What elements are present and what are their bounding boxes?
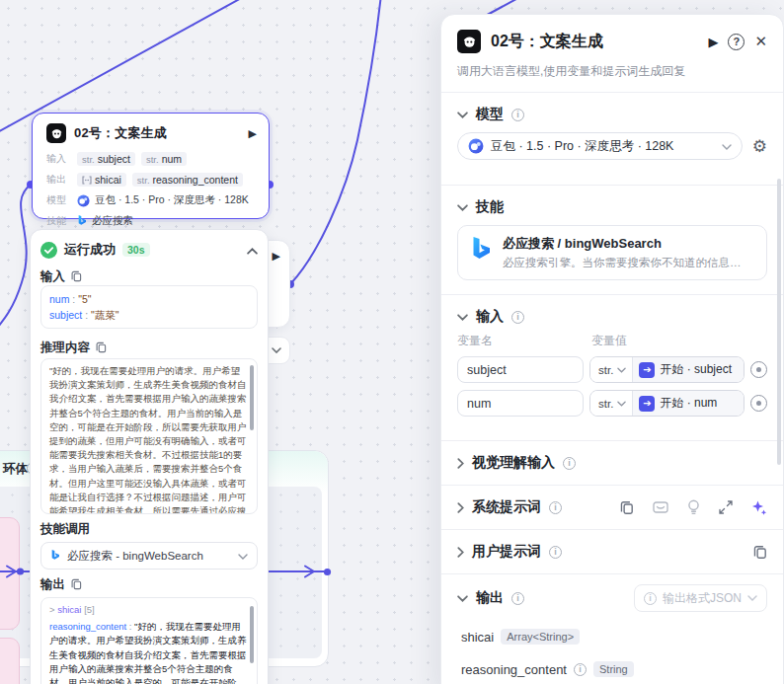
run-status: 运行成功: [64, 241, 116, 259]
collapse-panel-button[interactable]: [247, 241, 258, 259]
chevron-down-icon: [747, 595, 757, 601]
output-field-name: reasoning_content: [461, 662, 567, 677]
array-type-icon: [82, 176, 92, 185]
info-icon: i: [644, 592, 657, 605]
panel-scrollbar[interactable]: [777, 179, 781, 465]
node-model-label: 模型: [46, 193, 70, 207]
output-format-select[interactable]: i 输出格式JSON: [634, 584, 767, 612]
model-select[interactable]: 豆包 · 1.5 · Pro · 深度思考 · 128K: [457, 132, 743, 160]
section-title: 输出: [476, 589, 504, 607]
close-icon[interactable]: ✕: [754, 33, 767, 50]
panel-title: 02号：文案生成: [491, 32, 698, 52]
run-duration-badge: 30s: [122, 243, 150, 257]
column-variable-name: 变量名: [457, 333, 591, 349]
copy-icon[interactable]: [96, 342, 107, 353]
doubao-logo: [77, 194, 90, 207]
type-select[interactable]: str.: [590, 357, 633, 382]
run-input-json: num : "5" subject : "蔬菜": [40, 285, 258, 329]
start-node-icon: ➔: [639, 362, 655, 378]
reference-indicator-icon[interactable]: [750, 361, 767, 378]
variable-value-group: str. ➔开始 · num: [589, 390, 745, 417]
type-select[interactable]: str.: [590, 391, 633, 416]
info-icon: i: [574, 663, 587, 676]
type-chip: Array<String>: [501, 629, 580, 645]
skill-call-label: 技能调用: [40, 520, 258, 538]
info-icon: i: [563, 457, 576, 470]
llm-node-card[interactable]: 02号：文案生成 ▶ 输入 str.subject str.num 输出 shi…: [32, 113, 270, 219]
variable-ref-select[interactable]: ➔开始 · num: [633, 391, 744, 416]
variable-name-input[interactable]: [457, 390, 584, 417]
bing-icon: [470, 237, 492, 264]
section-title: 视觉理解输入: [472, 454, 555, 472]
bing-icon: [77, 215, 87, 227]
skill-call-row[interactable]: 必应搜索 - bingWebSearch: [40, 542, 258, 570]
reference-indicator-icon[interactable]: [750, 395, 767, 412]
scrollbar[interactable]: [250, 606, 254, 663]
section-input-header[interactable]: 输入 i: [457, 295, 767, 327]
bing-icon: [50, 550, 60, 562]
loop-subnode-sliver[interactable]: [0, 517, 20, 630]
chevron-down-icon: [238, 554, 248, 560]
section-system-prompt-header[interactable]: 系统提示词 i: [457, 486, 767, 517]
io-badge: str.num: [141, 152, 187, 166]
chevron-down-icon: [457, 595, 468, 602]
chevron-down-icon: [457, 112, 468, 118]
loop-subnode-sliver[interactable]: [0, 638, 20, 684]
chevron-down-icon: [617, 401, 626, 407]
info-icon: i: [549, 546, 562, 559]
chevron-down-icon: [617, 367, 626, 373]
output-field-name: shicai: [461, 630, 494, 645]
run-node-button[interactable]: ▶: [708, 35, 718, 49]
section-vision-header[interactable]: 视觉理解输入 i: [457, 441, 767, 473]
copy-icon[interactable]: [620, 500, 634, 515]
skill-desc: 必应搜索引擎。当你需要搜索你不知道的信息…: [503, 256, 742, 270]
help-icon[interactable]: ?: [728, 34, 745, 50]
skill-name: 必应搜索 / bingWebSearch: [503, 235, 742, 253]
run-output-json[interactable]: > shicai [5] reasoning_content : "好的，我现在…: [40, 597, 258, 684]
node-skill-label: 技能: [46, 214, 70, 228]
section-user-prompt-header[interactable]: 用户提示词 i: [457, 530, 767, 562]
chevron-down-icon: [272, 347, 281, 353]
chevron-down-icon: [722, 144, 732, 150]
node-title: 02号：文案生成: [74, 124, 241, 142]
reasoning-content-box[interactable]: "好的，我现在需要处理用户的请求。用户希望我扮演文案策划师，生成养生美食视频的食…: [40, 358, 258, 514]
start-node-icon: ➔: [639, 396, 655, 412]
section-model-header[interactable]: 模型 i: [457, 93, 767, 124]
io-badge: shicai: [77, 173, 126, 187]
copy-icon[interactable]: [753, 545, 767, 560]
workflow-editor: 环体 i ▶: [0, 0, 784, 684]
chevron-right-icon: [457, 547, 464, 558]
prompt-library-icon[interactable]: [653, 500, 668, 514]
ai-sparkle-icon[interactable]: [751, 499, 767, 515]
io-badge: str.reasoning_content: [132, 173, 243, 187]
node-run-icon[interactable]: ▶: [249, 127, 257, 140]
scrollbar[interactable]: [250, 365, 254, 430]
bot-icon: [46, 123, 66, 143]
type-chip: String: [593, 661, 634, 677]
loop-node-title: 环体: [3, 461, 28, 478]
variable-ref-select[interactable]: ➔开始 · subject: [633, 357, 744, 382]
skill-card-bing[interactable]: 必应搜索 / bingWebSearch 必应搜索引擎。当你需要搜索你不知道的信…: [457, 225, 767, 280]
reasoning-label: 推理内容: [40, 340, 90, 356]
run-input-label: 输入: [40, 268, 65, 285]
section-title: 模型: [476, 106, 504, 123]
info-icon: i: [549, 501, 562, 514]
doubao-logo: [468, 138, 484, 154]
chevron-right-icon: [457, 458, 464, 469]
node-input-label: 输入: [46, 152, 70, 166]
model-settings-gear-icon[interactable]: ⚙: [752, 138, 767, 155]
run-node-icon[interactable]: ▶: [273, 250, 280, 263]
io-badge: str.subject: [77, 152, 135, 166]
lightbulb-icon[interactable]: [687, 499, 700, 515]
info-icon: i: [511, 109, 524, 121]
output-field-row: reasoning_content i String: [457, 661, 767, 677]
section-title: 技能: [476, 198, 504, 216]
copy-icon[interactable]: [71, 270, 82, 282]
variable-name-input[interactable]: [457, 356, 584, 383]
section-skills-header[interactable]: 技能: [457, 186, 767, 217]
section-title: 输入: [476, 308, 504, 326]
copy-icon[interactable]: [71, 578, 82, 590]
chevron-down-icon: [457, 314, 468, 321]
expand-icon[interactable]: [719, 500, 733, 514]
model-value: 豆包 · 1.5 · Pro · 深度思考 · 128K: [491, 138, 673, 155]
